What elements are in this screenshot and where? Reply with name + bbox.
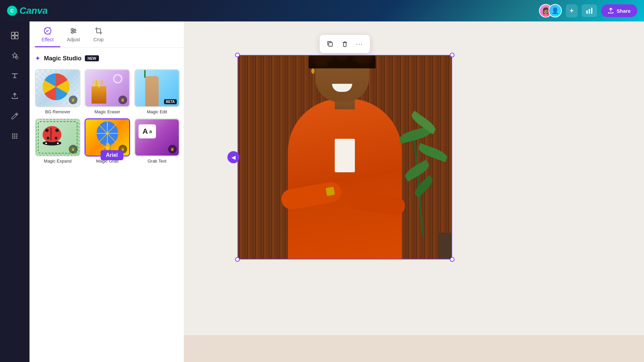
svg-rect-3 (589, 9, 590, 14)
card-magic-expand[interactable]: ♛ Magic Expand (35, 118, 80, 164)
adjust-icon (69, 27, 77, 35)
canva-logo-text: Canva (19, 5, 48, 16)
svg-point-23 (74, 30, 75, 32)
canva-logo[interactable]: C Canva (7, 5, 48, 16)
delete-button[interactable] (338, 38, 351, 50)
tab-crop[interactable]: Crop (87, 21, 110, 47)
ladybug-spot1 (45, 129, 49, 132)
text-preview-card: A a (139, 124, 156, 138)
left-sidebar (0, 21, 30, 362)
left-arm (280, 181, 343, 211)
leaf3 (413, 175, 435, 198)
share-button[interactable]: Share (601, 4, 637, 17)
leaf2 (417, 143, 448, 162)
canvas-area[interactable]: ··· (184, 21, 644, 362)
jacket (288, 99, 402, 259)
more-options-button[interactable]: ··· (353, 38, 366, 50)
hand (145, 76, 159, 106)
ladybug-eye1 (45, 142, 47, 144)
svg-point-22 (72, 28, 73, 30)
card-magic-expand-label: Magic Expand (44, 159, 71, 164)
svg-rect-4 (591, 8, 592, 14)
sidebar-item-text[interactable] (6, 67, 23, 84)
card-magic-eraser[interactable]: ♛ Magic Eraser (85, 69, 130, 114)
copy-icon (327, 41, 333, 47)
svg-rect-7 (11, 36, 14, 39)
card-grab-text-image: A a ♛ (134, 118, 180, 157)
handle-bottom-left[interactable] (235, 257, 240, 262)
card-magic-grab[interactable]: 🤚 Ariel ♛ Magic Grab (85, 118, 130, 164)
plant-leaves (402, 119, 449, 236)
ariel-tooltip-text: Ariel (106, 152, 118, 158)
crown-badge-expand: ♛ (69, 145, 77, 154)
fry4 (101, 80, 103, 85)
svg-point-14 (14, 135, 15, 137)
crown-badge-eraser: ♛ (118, 96, 127, 104)
svg-rect-5 (11, 32, 14, 35)
tab-effect[interactable]: Effect (35, 21, 60, 47)
back-arrow-button[interactable]: ◀ (227, 151, 239, 163)
handle-top-right[interactable] (450, 53, 454, 57)
effects-grid: ♛ BG Remover (35, 69, 178, 164)
svg-rect-6 (15, 32, 18, 35)
copy-button[interactable] (324, 38, 336, 50)
sidebar-item-apps[interactable] (6, 127, 23, 145)
card-magic-edit-image: BETA (134, 69, 180, 107)
smile (332, 84, 352, 92)
svg-point-17 (14, 137, 15, 139)
white-shirt (335, 139, 355, 172)
selected-image-container[interactable]: ··· (237, 55, 452, 259)
card-bg-remover-image: ♛ (35, 69, 80, 107)
plant (392, 92, 452, 259)
grab-cursor-icon: 🤚 (103, 142, 112, 151)
effect-icon (44, 27, 52, 35)
header: C Canva 👩🏽 👤 + Share (0, 0, 644, 21)
svg-point-15 (16, 135, 17, 137)
card-magic-edit-label: Magic Edit (147, 109, 167, 114)
ladybug-line (51, 128, 51, 140)
card-grab-text[interactable]: A a ♛ Grab Text (134, 118, 180, 164)
card-magic-edit[interactable]: BETA Magic Edit (134, 69, 180, 114)
card-grab-text-label: Grab Text (148, 159, 166, 164)
analytics-button[interactable] (582, 4, 597, 17)
sidebar-item-draw[interactable] (6, 107, 23, 125)
crown-badge-bg-remover: ♛ (69, 96, 77, 104)
handle-bottom-right[interactable] (450, 257, 454, 262)
elements-icon (11, 32, 19, 40)
sidebar-item-shapes[interactable] (6, 47, 23, 64)
crown-badge-grab-text: ♛ (168, 145, 177, 154)
handle-top-left[interactable] (235, 53, 240, 57)
header-right: 👩🏽 👤 + Share (539, 4, 637, 17)
svg-text:C: C (10, 8, 14, 13)
avatar-group: 👩🏽 👤 (539, 4, 562, 17)
flower-stem (144, 69, 146, 78)
panel-content: ✦ Magic Studio NEW ♛ BG Remover (30, 48, 184, 170)
photo-canvas (237, 55, 452, 259)
magic-star-icon: ✦ (35, 54, 41, 62)
text-icon (11, 72, 19, 80)
svg-point-24 (72, 32, 73, 34)
avatar-user2[interactable]: 👤 (548, 4, 562, 17)
trash-icon (341, 41, 348, 47)
tab-adjust[interactable]: Adjust (60, 21, 87, 47)
svg-point-11 (14, 133, 15, 135)
canva-logo-icon: C (7, 5, 17, 16)
left-earring (311, 68, 315, 74)
section-header: ✦ Magic Studio NEW (35, 54, 178, 62)
fry1 (93, 80, 95, 87)
sidebar-item-elements[interactable] (6, 27, 23, 44)
text-preview-A: A (143, 127, 148, 136)
floating-toolbar: ··· (320, 35, 370, 53)
card-bg-remover[interactable]: ♛ BG Remover (35, 69, 80, 114)
sidebar-item-upload[interactable] (6, 87, 23, 105)
tab-effect-label: Effect (42, 37, 54, 42)
effects-panel: Effect Adjust Crop ✦ Magic Studio NEW (30, 21, 184, 362)
card-magic-grab-image: 🤚 Ariel ♛ (85, 118, 130, 157)
fry2 (96, 80, 97, 85)
add-collaborator-button[interactable]: + (566, 4, 578, 17)
avatar2-image: 👤 (549, 5, 561, 17)
fry3 (98, 80, 100, 87)
beach-ball (43, 73, 69, 100)
plus-icon: + (570, 7, 574, 15)
beta-badge-edit: BETA (164, 99, 177, 104)
